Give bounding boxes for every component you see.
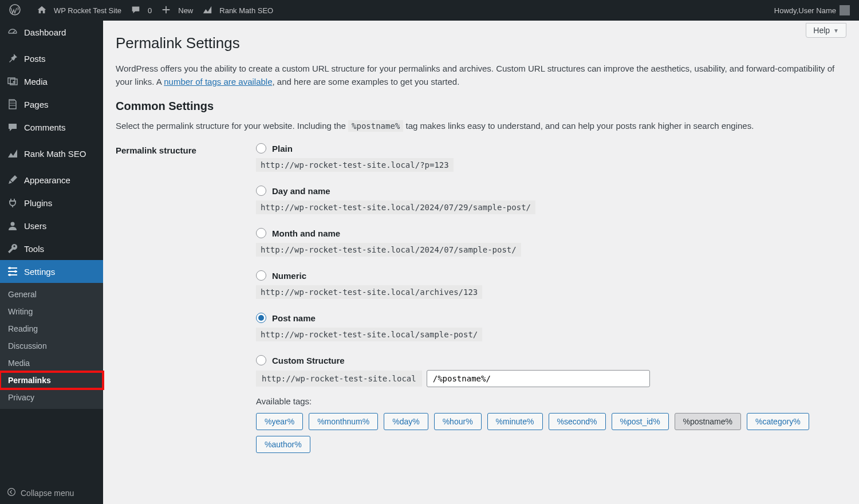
radio-label[interactable]: Month and name [256, 228, 846, 238]
comment-icon [131, 5, 144, 17]
tags-available-link[interactable]: number of tags are available [164, 77, 272, 86]
new-content-link[interactable]: New [156, 0, 198, 21]
sidebar-item-plugins[interactable]: Plugins [0, 191, 103, 214]
howdy-text: Howdy, [774, 6, 798, 15]
radio-input[interactable] [256, 313, 266, 323]
submenu-item-media[interactable]: Media [0, 355, 103, 372]
chevron-down-icon: ▼ [833, 27, 839, 34]
svg-point-5 [9, 274, 11, 276]
sidebar-item-label: Plugins [24, 198, 52, 208]
pin-icon [7, 53, 18, 64]
radio-text: Numeric [272, 271, 306, 281]
permalink-option-month-and-name: Month and namehttp://wp-rocket-test-site… [256, 228, 846, 257]
custom-structure-row: http://wp-rocket-test-site.local [256, 370, 846, 387]
submenu-item-permalinks[interactable]: Permalinks [0, 372, 103, 389]
radio-input[interactable] [256, 228, 266, 238]
collapse-menu-button[interactable]: Collapse menu [0, 482, 103, 504]
sidebar-item-dashboard[interactable]: Dashboard [0, 21, 103, 44]
settings-icon [7, 266, 18, 277]
user-icon [7, 220, 18, 231]
help-tab[interactable]: Help▼ [806, 23, 846, 38]
sidebar-item-comments[interactable]: Comments [0, 116, 103, 139]
radio-label[interactable]: Numeric [256, 270, 846, 281]
radio-label[interactable]: Day and name [256, 186, 846, 196]
sidebar-item-appearance[interactable]: Appearance [0, 168, 103, 191]
rankmath-label: Rank Math SEO [219, 6, 273, 15]
sidebar-item-users[interactable]: Users [0, 214, 103, 237]
example-url: http://wp-rocket-test-site.local/sample-… [256, 328, 482, 341]
sidebar-item-pages[interactable]: Pages [0, 93, 103, 116]
tag-button-day[interactable]: %day% [384, 413, 428, 430]
tag-button-hour[interactable]: %hour% [434, 413, 482, 430]
comments-link[interactable]: 0 [126, 0, 156, 21]
sidebar-submenu: GeneralWritingReadingDiscussionMediaPerm… [0, 283, 103, 409]
submenu-item-general[interactable]: General [0, 286, 103, 303]
tag-button-second[interactable]: %second% [549, 413, 606, 430]
tag-button-minute[interactable]: %minute% [487, 413, 543, 430]
sidebar-item-settings[interactable]: Settings [0, 260, 103, 283]
sidebar-item-label: Rank Math SEO [24, 149, 86, 159]
available-tags-label: Available tags: [256, 396, 846, 406]
svg-point-2 [11, 222, 15, 226]
radio-label[interactable]: Plain [256, 143, 846, 153]
radio-input[interactable] [256, 143, 266, 153]
brush-icon [7, 174, 18, 186]
new-label: New [178, 6, 193, 15]
submenu-item-reading[interactable]: Reading [0, 320, 103, 337]
tag-button-year[interactable]: %year% [256, 413, 303, 430]
sidebar-item-tools[interactable]: Tools [0, 237, 103, 260]
permalink-option-numeric: Numerichttp://wp-rocket-test-site.local/… [256, 270, 846, 299]
svg-point-4 [14, 270, 17, 273]
user-account-link[interactable]: Howdy, User Name [770, 0, 854, 21]
rankmath-toolbar-link[interactable]: Rank Math SEO [198, 0, 278, 21]
custom-structure-input[interactable] [427, 370, 650, 387]
wordpress-icon [9, 4, 24, 17]
page-title: Permalink Settings [116, 34, 846, 52]
avatar [840, 5, 850, 15]
tag-button-category[interactable]: %category% [747, 413, 809, 430]
radio-text: Plain [272, 144, 293, 153]
sidebar-item-label: Tools [24, 244, 44, 254]
tag-buttons: %year%%monthnum%%day%%hour%%minute%%seco… [256, 413, 846, 453]
submenu-item-writing[interactable]: Writing [0, 303, 103, 320]
example-url: http://wp-rocket-test-site.local/2024/07… [256, 243, 521, 257]
submenu-item-privacy[interactable]: Privacy [0, 389, 103, 406]
media-icon [7, 76, 18, 87]
svg-point-3 [9, 267, 11, 269]
tag-button-author[interactable]: %author% [256, 436, 310, 453]
sidebar-item-label: Settings [24, 267, 55, 277]
custom-prefix: http://wp-rocket-test-site.local [256, 371, 422, 387]
radio-input[interactable] [256, 355, 266, 365]
radio-text: Custom Structure [272, 356, 345, 365]
radio-input[interactable] [256, 186, 266, 196]
collapse-label: Collapse menu [21, 489, 74, 498]
sidebar-item-posts[interactable]: Posts [0, 47, 103, 70]
wrench-icon [7, 243, 18, 254]
radio-text: Post name [272, 313, 316, 323]
radio-text: Day and name [272, 186, 330, 196]
comment-icon [7, 121, 18, 133]
common-settings-desc: Select the permalink structure for your … [116, 121, 846, 131]
plug-icon [7, 197, 18, 208]
submenu-item-discussion[interactable]: Discussion [0, 337, 103, 355]
wordpress-logo[interactable] [5, 0, 32, 21]
radio-label[interactable]: Custom Structure [256, 355, 846, 365]
sidebar-item-rank-math-seo[interactable]: Rank Math SEO [0, 142, 103, 165]
admin-sidebar: DashboardPostsMediaPagesCommentsRank Mat… [0, 21, 103, 504]
radio-input[interactable] [256, 270, 266, 281]
svg-point-6 [8, 489, 15, 496]
tag-button-postname[interactable]: %postname% [675, 413, 741, 430]
help-label: Help [813, 26, 830, 35]
radio-label[interactable]: Post name [256, 313, 846, 323]
permalink-option-post-name: Post namehttp://wp-rocket-test-site.loca… [256, 313, 846, 341]
tag-button-monthnum[interactable]: %monthnum% [309, 413, 378, 430]
home-icon [37, 5, 50, 17]
chart-icon [7, 148, 18, 159]
svg-point-1 [13, 81, 15, 83]
user-name-text: User Name [798, 6, 836, 15]
site-name-link[interactable]: WP Rocket Test Site [32, 0, 126, 21]
page-description: WordPress offers you the ability to crea… [116, 62, 846, 88]
permalink-structure-label: Permalink structure [116, 143, 256, 467]
tag-button-post_id[interactable]: %post_id% [612, 413, 669, 430]
sidebar-item-media[interactable]: Media [0, 70, 103, 93]
